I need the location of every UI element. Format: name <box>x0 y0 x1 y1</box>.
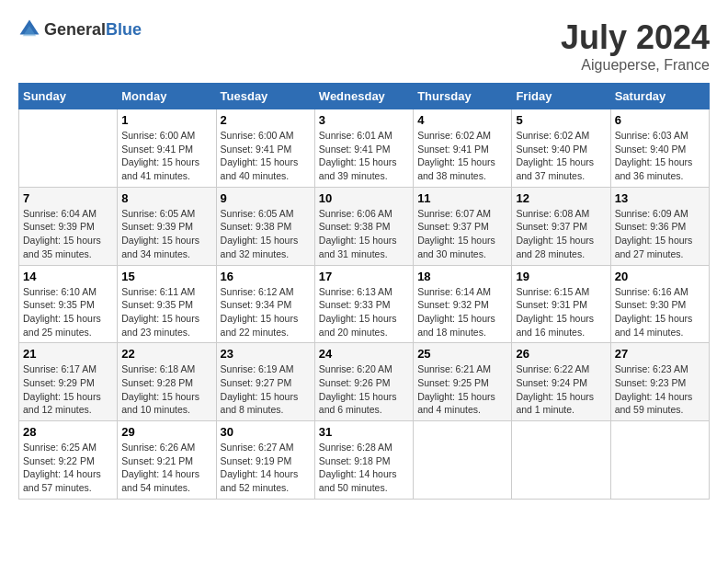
calendar-cell: 31Sunrise: 6:28 AMSunset: 9:18 PMDayligh… <box>314 421 413 500</box>
day-info: Sunrise: 6:27 AMSunset: 9:19 PMDaylight:… <box>221 441 311 495</box>
calendar-cell: 23Sunrise: 6:19 AMSunset: 9:27 PMDayligh… <box>216 343 314 421</box>
calendar-cell <box>19 109 118 188</box>
day-number: 27 <box>615 347 705 361</box>
calendar-week-row: 14Sunrise: 6:10 AMSunset: 9:35 PMDayligh… <box>19 265 710 343</box>
calendar-cell <box>512 421 610 500</box>
day-number: 7 <box>23 191 113 205</box>
calendar-cell: 2Sunrise: 6:00 AMSunset: 9:41 PMDaylight… <box>216 109 314 188</box>
day-info: Sunrise: 6:02 AMSunset: 9:41 PMDaylight:… <box>417 129 507 183</box>
day-info: Sunrise: 6:08 AMSunset: 9:37 PMDaylight:… <box>516 207 606 261</box>
calendar-cell: 9Sunrise: 6:05 AMSunset: 9:38 PMDaylight… <box>216 187 314 265</box>
day-number: 16 <box>221 270 311 283</box>
day-number: 4 <box>417 113 507 127</box>
calendar-cell: 30Sunrise: 6:27 AMSunset: 9:19 PMDayligh… <box>216 421 314 500</box>
page-header: GeneralBlue July 2024 Aigueperse, France <box>18 18 710 74</box>
day-info: Sunrise: 6:25 AMSunset: 9:22 PMDaylight:… <box>23 441 113 495</box>
day-info: Sunrise: 6:11 AMSunset: 9:35 PMDaylight:… <box>121 285 211 339</box>
calendar-cell: 3Sunrise: 6:01 AMSunset: 9:41 PMDaylight… <box>314 109 413 188</box>
calendar-cell: 18Sunrise: 6:14 AMSunset: 9:32 PMDayligh… <box>414 265 512 343</box>
day-info: Sunrise: 6:17 AMSunset: 9:29 PMDaylight:… <box>23 362 113 417</box>
location-title: Aigueperse, France <box>561 57 710 74</box>
calendar-cell: 14Sunrise: 6:10 AMSunset: 9:35 PMDayligh… <box>19 265 118 343</box>
day-number: 17 <box>319 270 409 283</box>
day-info: Sunrise: 6:01 AMSunset: 9:41 PMDaylight:… <box>319 129 409 183</box>
calendar-cell: 6Sunrise: 6:03 AMSunset: 9:40 PMDaylight… <box>610 109 709 188</box>
calendar-cell: 11Sunrise: 6:07 AMSunset: 9:37 PMDayligh… <box>414 187 512 265</box>
day-info: Sunrise: 6:26 AMSunset: 9:21 PMDaylight:… <box>121 441 211 495</box>
day-info: Sunrise: 6:20 AMSunset: 9:26 PMDaylight:… <box>319 362 409 417</box>
day-number: 10 <box>319 191 409 205</box>
calendar-cell: 22Sunrise: 6:18 AMSunset: 9:28 PMDayligh… <box>118 343 216 421</box>
day-number: 24 <box>319 347 409 361</box>
day-number: 14 <box>23 270 113 283</box>
day-info: Sunrise: 6:03 AMSunset: 9:40 PMDaylight:… <box>615 129 705 183</box>
day-info: Sunrise: 6:22 AMSunset: 9:24 PMDaylight:… <box>516 362 606 417</box>
day-number: 30 <box>221 425 311 439</box>
calendar-cell: 12Sunrise: 6:08 AMSunset: 9:37 PMDayligh… <box>512 187 610 265</box>
calendar-cell: 13Sunrise: 6:09 AMSunset: 9:36 PMDayligh… <box>610 187 709 265</box>
day-info: Sunrise: 6:16 AMSunset: 9:30 PMDaylight:… <box>615 285 705 339</box>
day-number: 31 <box>319 425 409 439</box>
day-info: Sunrise: 6:00 AMSunset: 9:41 PMDaylight:… <box>221 129 311 183</box>
logo-general: General <box>44 20 106 39</box>
day-info: Sunrise: 6:00 AMSunset: 9:41 PMDaylight:… <box>121 129 211 183</box>
weekday-header: Saturday <box>610 84 709 109</box>
day-info: Sunrise: 6:02 AMSunset: 9:40 PMDaylight:… <box>516 129 606 183</box>
day-number: 11 <box>417 191 507 205</box>
day-info: Sunrise: 6:10 AMSunset: 9:35 PMDaylight:… <box>23 285 113 339</box>
day-info: Sunrise: 6:05 AMSunset: 9:39 PMDaylight:… <box>121 207 211 261</box>
day-number: 2 <box>221 113 311 127</box>
title-area: July 2024 Aigueperse, France <box>561 18 710 74</box>
day-number: 3 <box>319 113 409 127</box>
day-info: Sunrise: 6:07 AMSunset: 9:37 PMDaylight:… <box>417 207 507 261</box>
day-info: Sunrise: 6:28 AMSunset: 9:18 PMDaylight:… <box>319 441 409 495</box>
weekday-header: Thursday <box>414 84 512 109</box>
calendar-cell: 26Sunrise: 6:22 AMSunset: 9:24 PMDayligh… <box>512 343 610 421</box>
day-number: 8 <box>121 191 211 205</box>
day-number: 23 <box>221 347 311 361</box>
day-info: Sunrise: 6:06 AMSunset: 9:38 PMDaylight:… <box>319 207 409 261</box>
day-number: 19 <box>516 270 606 283</box>
calendar-cell: 16Sunrise: 6:12 AMSunset: 9:34 PMDayligh… <box>216 265 314 343</box>
calendar-cell: 8Sunrise: 6:05 AMSunset: 9:39 PMDaylight… <box>118 187 216 265</box>
calendar-cell: 15Sunrise: 6:11 AMSunset: 9:35 PMDayligh… <box>118 265 216 343</box>
day-number: 13 <box>615 191 705 205</box>
calendar-week-row: 7Sunrise: 6:04 AMSunset: 9:39 PMDaylight… <box>19 187 710 265</box>
day-number: 20 <box>615 270 705 283</box>
calendar-cell: 27Sunrise: 6:23 AMSunset: 9:23 PMDayligh… <box>610 343 709 421</box>
calendar-body: 1Sunrise: 6:00 AMSunset: 9:41 PMDaylight… <box>19 109 710 500</box>
day-info: Sunrise: 6:19 AMSunset: 9:27 PMDaylight:… <box>221 362 311 417</box>
day-info: Sunrise: 6:12 AMSunset: 9:34 PMDaylight:… <box>221 285 311 339</box>
day-number: 1 <box>121 113 211 127</box>
weekday-header: Friday <box>512 84 610 109</box>
day-info: Sunrise: 6:09 AMSunset: 9:36 PMDaylight:… <box>615 207 705 261</box>
calendar-week-row: 21Sunrise: 6:17 AMSunset: 9:29 PMDayligh… <box>19 343 710 421</box>
logo-blue: Blue <box>106 20 142 39</box>
calendar-table: SundayMondayTuesdayWednesdayThursdayFrid… <box>18 83 710 500</box>
day-info: Sunrise: 6:04 AMSunset: 9:39 PMDaylight:… <box>23 207 113 261</box>
calendar-cell: 24Sunrise: 6:20 AMSunset: 9:26 PMDayligh… <box>314 343 413 421</box>
weekday-header: Wednesday <box>314 84 413 109</box>
day-number: 12 <box>516 191 606 205</box>
day-number: 5 <box>516 113 606 127</box>
calendar-cell: 7Sunrise: 6:04 AMSunset: 9:39 PMDaylight… <box>19 187 118 265</box>
logo-icon <box>18 18 40 40</box>
calendar-cell: 5Sunrise: 6:02 AMSunset: 9:40 PMDaylight… <box>512 109 610 188</box>
weekday-header: Sunday <box>19 84 118 109</box>
day-info: Sunrise: 6:21 AMSunset: 9:25 PMDaylight:… <box>417 362 507 417</box>
day-number: 21 <box>23 347 113 361</box>
weekday-header: Monday <box>118 84 216 109</box>
calendar-week-row: 1Sunrise: 6:00 AMSunset: 9:41 PMDaylight… <box>19 109 710 188</box>
month-title: July 2024 <box>561 18 710 57</box>
day-info: Sunrise: 6:13 AMSunset: 9:33 PMDaylight:… <box>319 285 409 339</box>
calendar-cell: 1Sunrise: 6:00 AMSunset: 9:41 PMDaylight… <box>118 109 216 188</box>
calendar-week-row: 28Sunrise: 6:25 AMSunset: 9:22 PMDayligh… <box>19 421 710 500</box>
calendar-cell: 20Sunrise: 6:16 AMSunset: 9:30 PMDayligh… <box>610 265 709 343</box>
day-number: 18 <box>417 270 507 283</box>
day-info: Sunrise: 6:18 AMSunset: 9:28 PMDaylight:… <box>121 362 211 417</box>
calendar-cell: 28Sunrise: 6:25 AMSunset: 9:22 PMDayligh… <box>19 421 118 500</box>
day-info: Sunrise: 6:23 AMSunset: 9:23 PMDaylight:… <box>615 362 705 417</box>
calendar-cell: 29Sunrise: 6:26 AMSunset: 9:21 PMDayligh… <box>118 421 216 500</box>
logo: GeneralBlue <box>18 18 142 40</box>
calendar-cell: 19Sunrise: 6:15 AMSunset: 9:31 PMDayligh… <box>512 265 610 343</box>
